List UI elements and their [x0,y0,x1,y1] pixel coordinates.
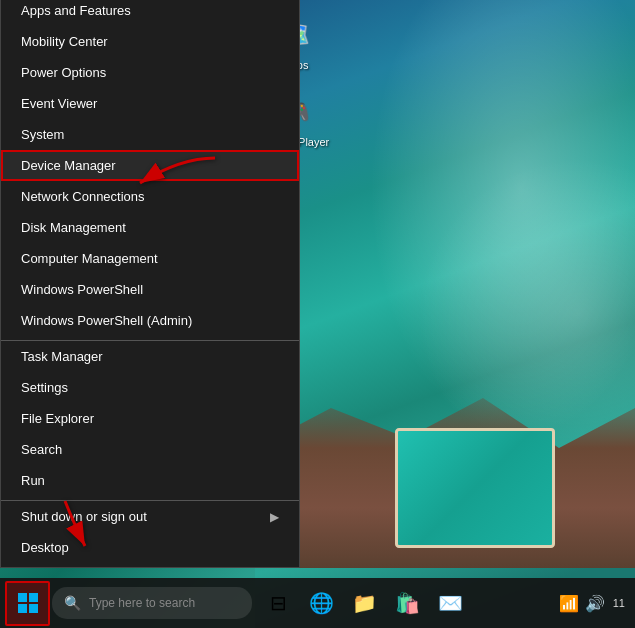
menu-item-shutdown-sign-out[interactable]: Shut down or sign out▶ [1,500,299,532]
menu-label-event-viewer: Event Viewer [21,96,97,111]
menu-label-task-manager: Task Manager [21,349,103,364]
search-placeholder: Type here to search [89,596,195,610]
menu-item-device-manager[interactable]: Device Manager [1,150,299,181]
menu-label-windows-powershell: Windows PowerShell [21,282,143,297]
menu-label-desktop: Desktop [21,540,69,555]
menu-item-task-manager[interactable]: Task Manager [1,340,299,372]
chevron-icon-shutdown-sign-out: ▶ [270,510,279,524]
clock-time: 11 [613,597,625,609]
menu-label-run: Run [21,473,45,488]
time-display: 11 [613,597,625,609]
menu-item-windows-powershell-admin[interactable]: Windows PowerShell (Admin) [1,305,299,336]
menu-item-computer-management[interactable]: Computer Management [1,243,299,274]
menu-item-settings[interactable]: Settings [1,372,299,403]
search-icon: 🔍 [64,595,81,611]
menu-label-apps-features: Apps and Features [21,3,131,18]
menu-label-settings: Settings [21,380,68,395]
explorer-taskbar[interactable]: 📁 [345,584,383,622]
menu-item-run[interactable]: Run [1,465,299,496]
menu-label-windows-powershell-admin: Windows PowerShell (Admin) [21,313,192,328]
task-view-button[interactable]: ⊟ [259,584,297,622]
taskbar-right: 📶 🔊 11 [559,594,630,613]
menu-item-apps-features[interactable]: Apps and Features [1,0,299,26]
menu-label-computer-management: Computer Management [21,251,158,266]
menu-item-network-connections[interactable]: Network Connections [1,181,299,212]
menu-item-desktop[interactable]: Desktop [1,532,299,563]
menu-label-power-options: Power Options [21,65,106,80]
menu-label-mobility-center: Mobility Center [21,34,108,49]
volume-icon: 🔊 [585,594,605,613]
menu-label-search: Search [21,442,62,457]
menu-label-shutdown-sign-out: Shut down or sign out [21,509,147,524]
menu-item-windows-powershell[interactable]: Windows PowerShell [1,274,299,305]
menu-label-disk-management: Disk Management [21,220,126,235]
wifi-icon: 📶 [559,594,579,613]
menu-label-file-explorer: File Explorer [21,411,94,426]
taskbar-app-icons: ⊟ 🌐 📁 🛍️ ✉️ [259,584,469,622]
start-button[interactable] [5,581,50,626]
menu-label-system: System [21,127,64,142]
pool [395,428,555,548]
context-menu: Apps and FeaturesMobility CenterPower Op… [0,0,300,568]
taskbar: 🔍 Type here to search ⊟ 🌐 📁 🛍️ ✉️ 📶 🔊 11 [0,578,635,628]
menu-item-mobility-center[interactable]: Mobility Center [1,26,299,57]
menu-item-file-explorer[interactable]: File Explorer [1,403,299,434]
menu-item-system[interactable]: System [1,119,299,150]
edge-taskbar[interactable]: 🌐 [302,584,340,622]
menu-label-network-connections: Network Connections [21,189,145,204]
start-icon [18,593,38,613]
menu-item-power-options[interactable]: Power Options [1,57,299,88]
menu-item-search[interactable]: Search [1,434,299,465]
mail-taskbar[interactable]: ✉️ [431,584,469,622]
store-taskbar[interactable]: 🛍️ [388,584,426,622]
system-tray-icons: 📶 🔊 [559,594,605,613]
menu-label-device-manager: Device Manager [21,158,116,173]
menu-item-event-viewer[interactable]: Event Viewer [1,88,299,119]
search-bar[interactable]: 🔍 Type here to search [52,587,252,619]
menu-item-disk-management[interactable]: Disk Management [1,212,299,243]
